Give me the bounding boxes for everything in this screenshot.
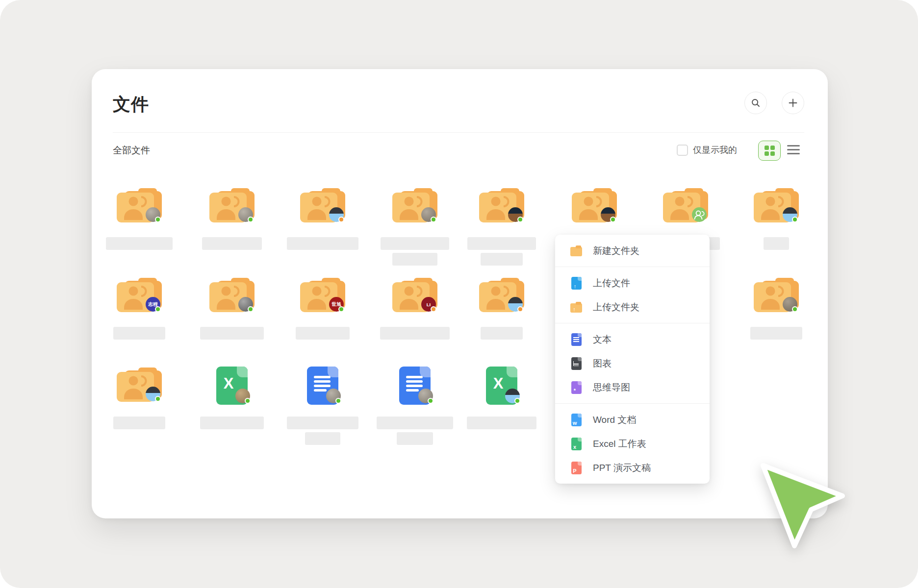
- menu-item-label: Excel 工作表: [593, 438, 646, 450]
- status-dot: [610, 217, 616, 222]
- status-dot: [248, 217, 254, 222]
- menu-item-upload-folder[interactable]: ↑上传文件夹: [555, 295, 710, 319]
- menu-group: ↑上传文件↑上传文件夹: [555, 267, 710, 323]
- name-placeholder: [481, 327, 523, 340]
- file-item[interactable]: X: [460, 368, 543, 466]
- name-placeholder: [200, 327, 264, 340]
- menu-item-label: 图表: [593, 357, 612, 370]
- menu-item-label: 上传文件: [593, 277, 630, 290]
- name-placeholder: [377, 416, 453, 429]
- menu-item-label: 上传文件夹: [593, 301, 639, 314]
- file-item[interactable]: [190, 278, 274, 376]
- files-panel: 文件 全部文件 仅显示我的 志程世旭LIXX: [92, 69, 828, 518]
- status-dot: [338, 306, 344, 312]
- file-item[interactable]: 世旭: [281, 278, 364, 376]
- file-item[interactable]: [373, 368, 457, 466]
- file-item[interactable]: [98, 188, 181, 286]
- menu-item-chart[interactable]: 图表: [555, 351, 710, 375]
- name-placeholder: [106, 237, 173, 250]
- text-doc-icon: [570, 333, 583, 346]
- ppt-icon: P: [570, 462, 583, 474]
- upload-file-icon: ↑: [570, 277, 583, 290]
- menu-item-new-folder[interactable]: 新建文件夹: [555, 239, 710, 263]
- status-dot: [431, 217, 436, 222]
- name-placeholder: [113, 416, 165, 429]
- name-placeholder: [200, 416, 264, 429]
- status-dot: [514, 398, 520, 404]
- name-placeholder: [764, 237, 789, 250]
- name-placeholder: [113, 327, 165, 340]
- menu-item-label: 新建文件夹: [593, 245, 639, 257]
- status-dot: [155, 217, 161, 222]
- file-item[interactable]: [460, 278, 543, 376]
- name-placeholder: [750, 327, 802, 340]
- status-dot: [335, 398, 341, 404]
- screen: 文件 全部文件 仅显示我的 志程世旭LIXX 新建文件夹↑上传文件↑: [0, 0, 918, 588]
- excel-icon: x: [570, 438, 583, 450]
- menu-item-ppt[interactable]: PPPT 演示文稿: [555, 456, 710, 480]
- status-dot: [792, 306, 798, 312]
- menu-item-text-doc[interactable]: 文本: [555, 327, 710, 351]
- avatar-initials: LI: [427, 302, 431, 307]
- name-placeholder: [467, 416, 536, 429]
- avatar: [692, 207, 707, 222]
- folder-icon: [570, 245, 583, 257]
- menu-item-word[interactable]: wWord 文档: [555, 408, 710, 432]
- file-item[interactable]: [281, 368, 364, 466]
- name-placeholder: [287, 237, 358, 250]
- status-dot: [245, 398, 251, 404]
- status-dot: [338, 217, 344, 222]
- status-dot: [517, 217, 523, 222]
- menu-group: wWord 文档xExcel 工作表PPPT 演示文稿: [555, 404, 710, 484]
- menu-group: 新建文件夹: [555, 235, 710, 267]
- name-placeholder: [467, 237, 536, 250]
- create-menu: 新建文件夹↑上传文件↑上传文件夹文本图表*思维导图wWord 文档xExcel …: [555, 235, 710, 484]
- status-dot: [428, 398, 434, 404]
- menu-item-label: PPT 演示文稿: [593, 462, 651, 474]
- menu-item-upload-file[interactable]: ↑上传文件: [555, 271, 710, 295]
- file-item[interactable]: [98, 368, 181, 466]
- file-item[interactable]: [735, 188, 818, 286]
- chart-icon: [570, 357, 583, 370]
- status-dot: [517, 306, 523, 312]
- name-placeholder: [397, 432, 433, 445]
- menu-item-mindmap[interactable]: *思维导图: [555, 375, 710, 399]
- name-placeholder: [305, 432, 340, 445]
- file-item[interactable]: [460, 188, 543, 286]
- name-placeholder: [381, 237, 449, 250]
- folder-icon: ↑: [570, 301, 583, 314]
- file-item[interactable]: LI: [373, 278, 457, 376]
- menu-item-excel[interactable]: xExcel 工作表: [555, 432, 710, 456]
- file-item[interactable]: [735, 278, 818, 376]
- file-grid: 志程世旭LIXX: [92, 69, 828, 518]
- file-item[interactable]: X: [190, 368, 274, 466]
- menu-item-label: Word 文档: [593, 414, 636, 426]
- file-item[interactable]: 志程: [98, 278, 181, 376]
- file-item[interactable]: [373, 188, 457, 286]
- menu-group: 文本图表*思维导图: [555, 323, 710, 403]
- mindmap-icon: *: [570, 381, 583, 394]
- status-dot: [431, 306, 436, 312]
- word-icon: w: [570, 414, 583, 426]
- name-placeholder: [296, 327, 350, 340]
- name-placeholder: [202, 237, 262, 250]
- menu-item-label: 文本: [593, 333, 612, 346]
- status-dot: [248, 306, 254, 312]
- menu-item-label: 思维导图: [593, 381, 630, 394]
- name-placeholder: [392, 253, 437, 266]
- name-placeholder: [380, 327, 450, 340]
- status-dot: [155, 396, 161, 402]
- file-item[interactable]: [281, 188, 364, 286]
- name-placeholder: [481, 253, 523, 266]
- status-dot: [792, 217, 798, 222]
- file-item[interactable]: [190, 188, 274, 286]
- cursor-arrow: [755, 459, 853, 557]
- group-icon: [692, 207, 707, 222]
- status-dot: [155, 306, 161, 312]
- name-placeholder: [287, 416, 358, 429]
